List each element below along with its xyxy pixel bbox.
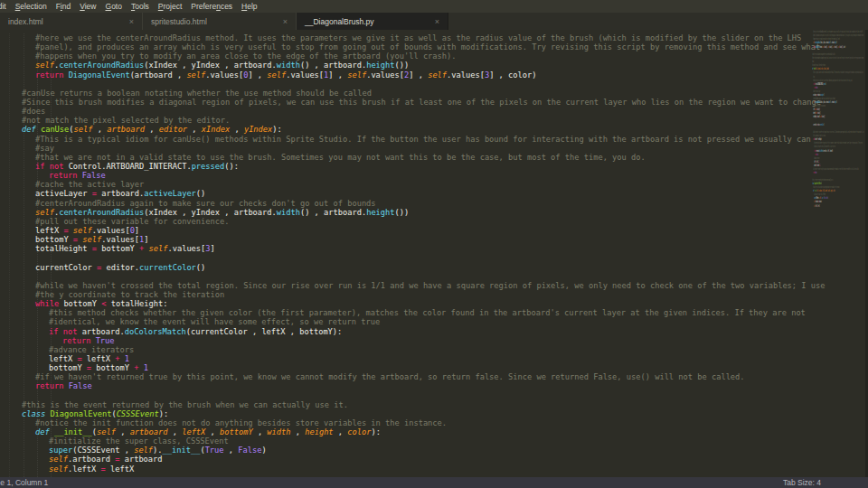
menu-item-find[interactable]: Find: [52, 2, 76, 11]
code-token: return: [35, 70, 69, 80]
tab-close-icon[interactable]: ×: [283, 17, 288, 26]
code-token: self: [134, 446, 153, 455]
tab-spritestudio.html[interactable]: spritestudio.html×: [143, 13, 297, 30]
code-token: __init__: [54, 427, 92, 436]
code-line[interactable]: #panel), and produces an array which is …: [0, 42, 814, 52]
code-line[interactable]: #not match the pixel selected by the edi…: [0, 116, 814, 125]
code-token: self: [35, 208, 54, 217]
code-token: #if we haven't returned true by this poi…: [35, 372, 745, 381]
menu-item-tools[interactable]: Tools: [127, 2, 154, 11]
menu-item-preferences[interactable]: Preferences: [186, 2, 237, 11]
code-token: bottomY: [49, 363, 87, 372]
code-line[interactable]: #advance iterators: [0, 345, 814, 354]
code-line[interactable]: if not artboard.doColorsMatch(currentCol…: [0, 327, 814, 336]
code-token: height: [366, 61, 394, 70]
status-line-column[interactable]: Line 1, Column 1: [0, 478, 48, 487]
menu-item-edit[interactable]: Edit: [0, 2, 11, 11]
tab-label: spritestudio.html: [151, 17, 207, 26]
code-token: .values[: [447, 70, 485, 80]
code-line[interactable]: return DiagonalEvent(artboard , self.val…: [0, 70, 814, 80]
code-line[interactable]: #say: [0, 144, 814, 153]
tab-__DiagonalBrush.py[interactable]: __DiagonalBrush.py×: [297, 13, 448, 30]
code-token: xIndex: [202, 125, 230, 134]
status-tab-size[interactable]: Tab Size: 4: [783, 478, 821, 487]
menu-item-selection[interactable]: Selection: [11, 2, 52, 11]
code-line[interactable]: #pull out these variable for convenience…: [0, 217, 814, 226]
code-token: CSSSEvent: [117, 409, 159, 418]
code-line[interactable]: #the y coordinate to track the iteration: [0, 290, 814, 299]
code-line[interactable]: leftX = leftX + 1: [0, 354, 814, 363]
code-line[interactable]: bottomY = bottomY + 1: [0, 363, 814, 372]
code-token: __init__: [163, 446, 201, 455]
code-line[interactable]: def canUse(self , artboard , editor , xI…: [0, 125, 814, 134]
code-token: self: [149, 244, 168, 253]
tab-close-icon[interactable]: ×: [435, 17, 439, 26]
code-line[interactable]: return False: [0, 171, 814, 180]
code-line[interactable]: if not Control.ARTBOARD_INTERACT.pressed…: [0, 162, 814, 171]
code-line[interactable]: #identical, we know the event will have …: [0, 317, 814, 326]
code-line[interactable]: #does: [0, 107, 814, 116]
menu-item-help[interactable]: Help: [237, 2, 261, 11]
code-token: #advance iterators: [49, 345, 134, 354]
code-line[interactable]: def __init__(self , artboard , leftX , b…: [0, 427, 814, 436]
code-line[interactable]: class DiagonalEvent(CSSSEvent):: [0, 409, 814, 418]
code-token: .values[: [366, 70, 404, 80]
menu-item-project[interactable]: Project: [154, 2, 186, 11]
tab-close-icon[interactable]: ×: [129, 17, 134, 26]
code-line[interactable]: #Since this brush modifies a diagonal re…: [0, 98, 814, 107]
code-token: .values[: [101, 235, 139, 244]
code-token: return: [35, 381, 69, 390]
code-line[interactable]: self.leftX = leftX: [0, 465, 814, 474]
tab-index.html[interactable]: index.html×: [0, 13, 143, 30]
code-token: #pull out these variable for convenience…: [35, 217, 229, 226]
code-line[interactable]: self.centerAroundRadius(xIndex , yIndex …: [0, 61, 814, 70]
code-token: #notice the init function does not do an…: [35, 418, 447, 427]
code-line[interactable]: while bottomY < totalHeight:: [0, 299, 814, 308]
code-line[interactable]: return True: [0, 336, 814, 345]
code-token: (currentColor , leftX , bottomY):: [823, 148, 833, 152]
code-line[interactable]: currentColor = editor.currentColor(): [0, 263, 814, 272]
code-line[interactable]: activeLayer = artboard.activeLayer(): [0, 189, 814, 198]
code-line[interactable]: [0, 272, 814, 281]
minimap[interactable]: #here we use the centerAroundRadius meth…: [811, 30, 865, 477]
code-token: leftX: [182, 427, 205, 436]
code-line[interactable]: #this is the event returned by the brush…: [0, 400, 814, 409]
tab-label: __DiagonalBrush.py: [305, 17, 374, 26]
code-token: ()): [836, 100, 837, 104]
code-line[interactable]: #this method checks whether the given co…: [0, 308, 814, 317]
code-token: #This is a typical idiom for canUse() me…: [813, 70, 863, 74]
code-line[interactable]: super(CSSSEvent , self).__init__(True , …: [0, 446, 814, 455]
code-line[interactable]: [0, 80, 814, 89]
code-line[interactable]: #initialize the super class, CSSSEvent: [0, 436, 814, 446]
code-token: width: [277, 208, 300, 217]
editor-pane[interactable]: #here we use the centerAroundRadius meth…: [0, 30, 868, 477]
code-token: #that we are not in a valid state to use…: [35, 153, 646, 162]
code-line[interactable]: self.artboard = artboard: [0, 455, 814, 464]
code-line[interactable]: self.centerAroundRadius(xIndex , yIndex …: [0, 208, 814, 217]
code-line[interactable]: #here we use the centerAroundRadius meth…: [0, 33, 814, 42]
code-line[interactable]: #notice the init function does not do an…: [0, 418, 814, 427]
code-line[interactable]: #cache the active layer: [0, 180, 814, 189]
code-line[interactable]: [0, 390, 814, 399]
code-line[interactable]: #This is a typical idiom for canUse() me…: [0, 135, 814, 144]
code-line[interactable]: bottomY = self.values[1]: [0, 235, 814, 244]
code-line[interactable]: #that we are not in a valid state to use…: [0, 153, 814, 162]
code-line[interactable]: return False: [0, 381, 814, 390]
code-line[interactable]: #happens when you try to modify an area …: [0, 52, 814, 61]
menu-item-view[interactable]: View: [75, 2, 100, 11]
code-token: False: [816, 171, 817, 174]
code-token: self: [428, 70, 447, 80]
code-token: currentColor: [139, 263, 196, 272]
code-line[interactable]: #while we haven't crossed the total regi…: [0, 281, 814, 290]
menu-item-goto[interactable]: Goto: [101, 2, 127, 11]
code-line[interactable]: totalHeight = bottomY + self.values[3]: [0, 244, 814, 253]
code-line[interactable]: #canUse returns a boolean notating wheth…: [0, 89, 814, 98]
code-line[interactable]: #centerAroundRadius again to make sure o…: [0, 199, 814, 208]
code-line[interactable]: [0, 253, 814, 262]
code-token: self: [82, 235, 101, 244]
tab-bar: index.html×spritestudio.html×__DiagonalB…: [0, 13, 868, 30]
code-token: ,: [167, 427, 182, 436]
code-line[interactable]: leftX = self.values[0]: [0, 226, 814, 235]
code-line[interactable]: #if we haven't returned true by this poi…: [0, 372, 814, 381]
code[interactable]: #here we use the centerAroundRadius meth…: [0, 33, 814, 474]
